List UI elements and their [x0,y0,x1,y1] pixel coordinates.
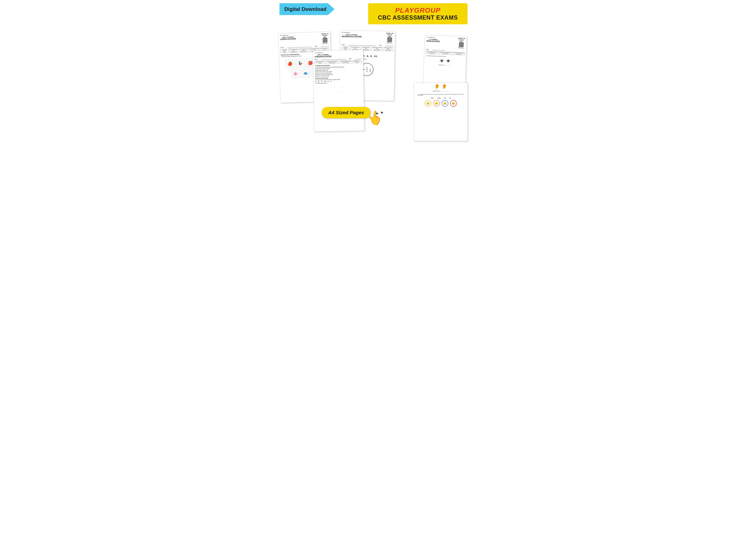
integrated-qr [459,42,464,47]
face-icons: 🙂 🙂 🙂 🙂 [416,99,466,108]
image-fish: 🐟 [301,69,310,78]
ear-right-icon: 👂 [442,84,447,89]
colour-orange: orange [437,98,441,99]
cbc-title: CBC ASSESSMENT EXAMS [378,14,458,21]
face-red: 🙂 [450,100,457,107]
eye-right-icon: 👁️ [446,59,451,63]
language-logo-bird-icon: 🐦 [315,52,316,53]
face-blue: 🙂 [442,100,448,107]
integrated-scan: SCAN ME For more greatlearning resources [458,39,464,49]
digital-download-badge: Digital Download [280,3,335,15]
doc-language: 🐦 chalkboard EARLY LEARNING LANGUAGE ACT… [313,50,365,132]
title-block: PLAYGROUP CBC ASSESSMENT EXAMS [368,3,467,24]
ear-display: 👂 👂 [414,83,467,90]
eye-left-icon: 👁️ [439,59,444,63]
playgroup-title: PLAYGROUP [395,6,441,14]
integrated-logo-bird-icon: 🐦 [427,36,428,38]
literacy-logo: 🐦 chalkboard [280,34,296,36]
math-logo-bird-icon: 🐦 [342,32,343,33]
image-apple: 🍎 [285,59,294,68]
language-dot-join: · · · · · · · · · · · · · · · · · · · · … [313,84,364,95]
face-orange: 🙂 [433,100,440,107]
colour-labels: yellow orange blue red [416,97,466,99]
a4-badge: A4 Sized Pages [321,107,370,118]
image-flower: 🌸 [291,69,300,78]
literacy-scan: SCAN ME For more greatlearning resources [322,34,328,44]
doc-integrated-bottom: 👂 👂 These are my .......................… [414,83,467,141]
face-yellow: 🙂 [425,100,431,107]
literacy-qr [323,38,328,43]
image-duck: 🦆 [295,59,305,68]
logo-bird-icon: 🐦 [280,35,282,36]
ear-left-icon: 👂 [434,84,440,89]
math-qr [387,37,392,42]
colour-red: red [449,98,451,99]
integrated-logo: 🐦 chalkboard [427,36,440,38]
language-content: LISTENING AND SPEAKING 1. The teacher wi… [313,63,363,85]
math-scan: SCAN ME For more greatlearning resources [387,34,393,44]
page-header: Digital Download PLAYGROUP CBC ASSESSMEN… [276,3,471,24]
literacy-title-main: EARLY LEARNING LITERACY ACTIVITIES [280,36,296,40]
colour-blue: blue [444,98,446,99]
math-logo: 🐦 chalkboard [342,32,362,33]
language-logo: 🐦 chalkboard [315,52,331,54]
colour-yellow: yellow [431,98,434,99]
language-rubric: Assessment Rubrics Exceeds Expectations … [314,60,362,64]
colour-section: 2. The teacher will ask the learners to … [416,93,466,97]
docs-showcase: 🐦 chalkboard EARLY LEARNING LITERACY ACT… [276,29,471,151]
